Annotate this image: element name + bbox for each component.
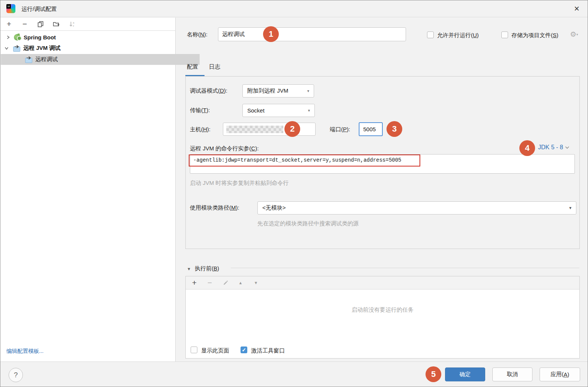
remove-task-icon[interactable]: − <box>206 279 213 286</box>
intellij-logo-icon: IJ <box>6 4 15 13</box>
activate-tool-window-label: 激活工具窗口 <box>251 347 285 354</box>
apply-button[interactable]: 应用(A) <box>540 368 580 381</box>
sidebar-item-spring-boot[interactable]: Spring Boot <box>0 32 180 43</box>
annotation-badge-4: 4 <box>519 140 535 156</box>
transport-label: 传输(T): <box>190 107 210 114</box>
debugger-mode-label: 调试器模式(D): <box>190 87 227 94</box>
svg-text:z: z <box>73 24 74 27</box>
command-line-args-label: 远程 JVM 的命令行实参(C): <box>190 145 259 152</box>
svg-text:a: a <box>73 21 74 24</box>
port-label: 端口(P): <box>330 126 350 133</box>
before-launch-toolbar: + − ▲ ▼ <box>186 276 579 290</box>
tab-configuration[interactable]: 配置 <box>187 63 198 70</box>
add-task-icon[interactable]: + <box>191 279 198 286</box>
collapse-triangle-icon[interactable]: ▼ <box>187 267 191 271</box>
configurations-sidebar <box>0 18 176 362</box>
store-as-project-file-label: 存储为项目文件(S) <box>511 32 558 39</box>
dropdown-arrow-icon: ▼ <box>307 89 310 93</box>
show-this-page-label: 显示此页面 <box>201 347 229 354</box>
chevron-down-icon <box>565 146 569 149</box>
allow-parallel-run-label: 允许并行运行(U) <box>437 32 479 39</box>
close-icon[interactable]: × <box>571 3 583 15</box>
sidebar-toolbar: + − az <box>0 18 176 31</box>
annotation-badge-1: 1 <box>263 26 279 42</box>
show-this-page-checkbox[interactable] <box>191 346 197 353</box>
before-launch-separator <box>231 268 579 268</box>
red-annotation-rectangle <box>189 154 420 166</box>
transport-select[interactable]: Socket▼ <box>242 104 315 117</box>
dropdown-arrow-icon: ▼ <box>568 206 572 210</box>
annotation-badge-5: 5 <box>426 366 441 382</box>
before-launch-title: 执行前(B) <box>195 265 219 272</box>
edit-configuration-templates-link[interactable]: 编辑配置模板... <box>6 348 44 355</box>
store-as-project-file-checkbox[interactable] <box>501 32 508 38</box>
jdk-version-link[interactable]: JDK 5 - 8 <box>538 144 569 151</box>
annotation-badge-2: 2 <box>284 121 300 137</box>
add-configuration-icon[interactable]: + <box>6 21 12 27</box>
sort-configurations-icon[interactable]: az <box>69 21 75 27</box>
chevron-down-icon[interactable] <box>4 46 9 51</box>
new-folder-icon[interactable] <box>53 21 60 27</box>
dropdown-arrow-icon: ▼ <box>307 109 311 112</box>
activate-tool-window-checkbox[interactable]: ✓ <box>241 346 247 353</box>
edit-task-icon[interactable] <box>222 279 229 286</box>
sidebar-item-remote-jvm-debug[interactable]: 远程 JVM 调试 <box>0 43 179 54</box>
sidebar-item-label: 远程 JVM 调试 <box>23 45 60 52</box>
name-label: 名称(N): <box>187 31 208 38</box>
redacted-host-value <box>226 126 283 133</box>
ok-button[interactable]: 确定 <box>445 368 485 381</box>
window-title: 运行/调试配置 <box>21 0 57 17</box>
module-classpath-select[interactable]: <无模块>▼ <box>257 201 576 214</box>
host-label: 主机(H): <box>190 126 211 133</box>
host-input[interactable] <box>223 123 316 136</box>
annotation-badge-3: 3 <box>386 121 402 137</box>
spring-boot-icon <box>13 33 21 41</box>
remote-debug-icon <box>25 56 33 63</box>
gear-icon[interactable]: ⚙▾ <box>570 31 578 38</box>
before-launch-header[interactable]: ▼ 执行前(B) <box>187 265 219 272</box>
run-debug-configurations-dialog: IJ 运行/调试配置 × + − az Spring Boot 远程 JVM 调… <box>0 0 588 387</box>
move-down-icon[interactable]: ▼ <box>253 279 259 286</box>
sidebar-item-remote-debug-selected[interactable]: 远程调试 <box>1 54 200 65</box>
module-classpath-label: 使用模块类路径(M): <box>190 204 239 212</box>
module-classpath-hint: 先在选定的模块类路径中搜索调试类的源 <box>257 220 359 227</box>
copy-configuration-icon[interactable] <box>37 21 44 27</box>
debugger-mode-select[interactable]: 附加到远程 JVM▼ <box>242 84 314 98</box>
move-up-icon[interactable]: ▲ <box>237 279 244 286</box>
name-input[interactable]: 远程调试 <box>218 27 406 41</box>
help-button[interactable]: ? <box>9 368 23 382</box>
tab-logs[interactable]: 日志 <box>209 63 220 70</box>
chevron-right-icon[interactable] <box>6 35 10 40</box>
remove-configuration-icon[interactable]: − <box>21 21 28 27</box>
cancel-button[interactable]: 取消 <box>492 368 532 381</box>
before-launch-empty-text: 启动前没有要运行的任务 <box>352 306 414 314</box>
sidebar-item-label: 远程调试 <box>35 56 58 63</box>
allow-parallel-run-checkbox[interactable] <box>427 32 434 38</box>
before-launch-panel: + − ▲ ▼ 启动前没有要运行的任务 <box>185 276 580 358</box>
port-input[interactable]: 5005 <box>359 122 383 136</box>
title-bar <box>0 0 588 17</box>
remote-debug-icon <box>13 45 21 52</box>
sidebar-item-label: Spring Boot <box>24 34 56 40</box>
command-line-hint: 启动 JVM 时将实参复制并粘贴到命令行 <box>190 180 289 187</box>
